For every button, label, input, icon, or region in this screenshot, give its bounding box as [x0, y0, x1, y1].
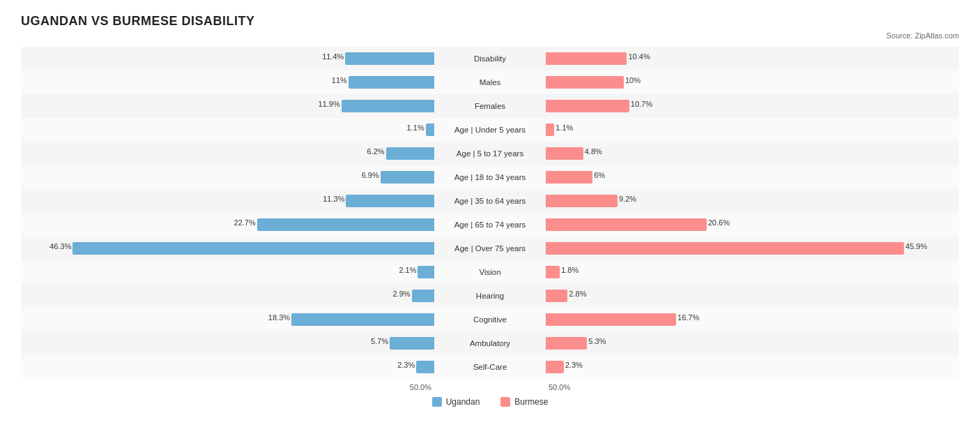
right-value: 45.9% — [905, 242, 927, 250]
bar-area: 6.2% Age | 5 to 17 years 4.8% — [21, 142, 959, 165]
legend-burmese: Burmese — [500, 397, 548, 407]
bar-area: 2.1% Vision 1.8% — [21, 260, 959, 284]
chart-row: 46.3% Age | Over 75 years 45.9% — [21, 237, 959, 260]
bars-wrapper: 2.3% Self-Care 2.3% — [21, 359, 959, 375]
bar-left: 6.9% — [381, 171, 434, 183]
bars-wrapper: 11.3% Age | 35 to 64 years 9.2% — [21, 193, 959, 209]
bar-right: 1.1% — [546, 123, 554, 136]
axis-left: 50.0% — [21, 383, 434, 391]
bar-area: 22.7% Age | 65 to 74 years 20.6% — [21, 213, 959, 237]
bar-area: 11.4% Disability 10.4% — [21, 47, 959, 70]
chart-row: 11.9% Females 10.7% — [21, 94, 959, 118]
right-value: 1.8% — [561, 266, 579, 274]
axis-row: 50.0% 50.0% — [21, 383, 959, 391]
left-value: 46.3% — [49, 242, 71, 250]
left-value: 2.1% — [399, 266, 416, 274]
bars-wrapper: 5.7% Ambulatory 5.3% — [21, 336, 959, 351]
row-label: Females — [434, 102, 546, 110]
bar-left: 2.9% — [412, 290, 434, 302]
right-value: 1.1% — [556, 123, 573, 132]
legend-ugandan-color — [432, 397, 442, 407]
right-value: 10.4% — [628, 52, 650, 61]
bar-right: 45.9% — [546, 242, 904, 255]
bar-right: 1.8% — [546, 266, 560, 278]
bar-left: 6.2% — [386, 147, 434, 160]
bar-right: 10.4% — [546, 52, 627, 65]
right-value: 20.6% — [708, 218, 730, 227]
bar-right: 10% — [546, 76, 624, 89]
bars-wrapper: 11.9% Females 10.7% — [21, 98, 959, 114]
bar-left: 22.7% — [257, 218, 434, 231]
legend: Ugandan Burmese — [21, 397, 959, 407]
bar-right: 16.7% — [546, 313, 676, 326]
bar-right: 2.8% — [546, 290, 567, 302]
row-label: Males — [434, 78, 546, 87]
right-value: 16.7% — [677, 313, 699, 322]
right-value: 9.2% — [619, 195, 636, 203]
row-label: Self-Care — [434, 363, 546, 371]
row-label: Age | 65 to 74 years — [434, 220, 546, 229]
bar-area: 11% Males 10% — [21, 70, 959, 94]
bars-wrapper: 2.9% Hearing 2.8% — [21, 288, 959, 304]
chart-row: 5.7% Ambulatory 5.3% — [21, 331, 959, 355]
row-label: Age | 18 to 34 years — [434, 173, 546, 181]
chart-container: 11.4% Disability 10.4% 11% Males — [21, 47, 959, 407]
left-value: 11% — [332, 76, 347, 84]
right-value: 10% — [625, 76, 641, 84]
chart-row: 22.7% Age | 65 to 74 years 20.6% — [21, 213, 959, 237]
bar-area: 5.7% Ambulatory 5.3% — [21, 331, 959, 355]
bar-left: 46.3% — [72, 242, 434, 255]
bar-left: 11.4% — [345, 52, 434, 65]
bar-right: 9.2% — [546, 195, 618, 207]
bar-area: 6.9% Age | 18 to 34 years 6% — [21, 165, 959, 189]
left-value: 6.2% — [367, 147, 384, 156]
right-value: 2.3% — [565, 361, 583, 369]
chart-row: 2.1% Vision 1.8% — [21, 260, 959, 284]
bar-right: 5.3% — [546, 337, 587, 350]
bar-right: 10.7% — [546, 100, 629, 112]
source-label: Source: ZipAtlas.com — [21, 31, 959, 40]
bars-wrapper: 18.3% Cognitive 16.7% — [21, 312, 959, 327]
chart-row: 1.1% Age | Under 5 years 1.1% — [21, 118, 959, 142]
legend-burmese-label: Burmese — [514, 397, 548, 407]
left-value: 18.3% — [268, 313, 290, 322]
row-label: Disability — [434, 54, 546, 63]
bars-wrapper: 6.9% Age | 18 to 34 years 6% — [21, 170, 959, 185]
bar-left: 11% — [349, 76, 434, 89]
bars-wrapper: 11.4% Disability 10.4% — [21, 51, 959, 66]
axis-right: 50.0% — [546, 383, 959, 391]
bar-area: 11.3% Age | 35 to 64 years 9.2% — [21, 189, 959, 213]
right-value: 5.3% — [588, 337, 606, 345]
row-label: Age | Over 75 years — [434, 244, 546, 253]
row-label: Ambulatory — [434, 339, 546, 347]
bars-wrapper: 22.7% Age | 65 to 74 years 20.6% — [21, 217, 959, 232]
left-value: 11.9% — [319, 100, 340, 108]
row-label: Hearing — [434, 292, 546, 300]
bar-right: 6% — [546, 171, 592, 183]
chart-row: 11.4% Disability 10.4% — [21, 47, 959, 70]
bar-area: 11.9% Females 10.7% — [21, 94, 959, 118]
bars-wrapper: 11% Males 10% — [21, 75, 959, 90]
left-value: 11.4% — [322, 52, 344, 61]
row-label: Cognitive — [434, 315, 546, 324]
chart-rows: 11.4% Disability 10.4% 11% Males — [21, 47, 959, 379]
bar-area: 1.1% Age | Under 5 years 1.1% — [21, 118, 959, 142]
bar-area: 18.3% Cognitive 16.7% — [21, 308, 959, 331]
bar-left: 2.3% — [416, 361, 434, 373]
bar-right: 2.3% — [546, 361, 564, 373]
axis-center-spacer — [434, 383, 546, 391]
bars-wrapper: 2.1% Vision 1.8% — [21, 264, 959, 280]
bar-left: 11.3% — [346, 195, 434, 207]
legend-burmese-color — [500, 397, 510, 407]
left-value: 1.1% — [407, 123, 424, 132]
bar-right: 4.8% — [546, 147, 583, 160]
row-label: Vision — [434, 268, 546, 276]
chart-row: 11.3% Age | 35 to 64 years 9.2% — [21, 189, 959, 213]
left-value: 11.3% — [323, 195, 344, 203]
chart-row: 2.3% Self-Care 2.3% — [21, 355, 959, 379]
chart-row: 6.9% Age | 18 to 34 years 6% — [21, 165, 959, 189]
right-value: 10.7% — [631, 100, 652, 108]
chart-row: 6.2% Age | 5 to 17 years 4.8% — [21, 142, 959, 165]
bar-left: 11.9% — [342, 100, 434, 112]
right-value: 2.8% — [569, 290, 586, 298]
